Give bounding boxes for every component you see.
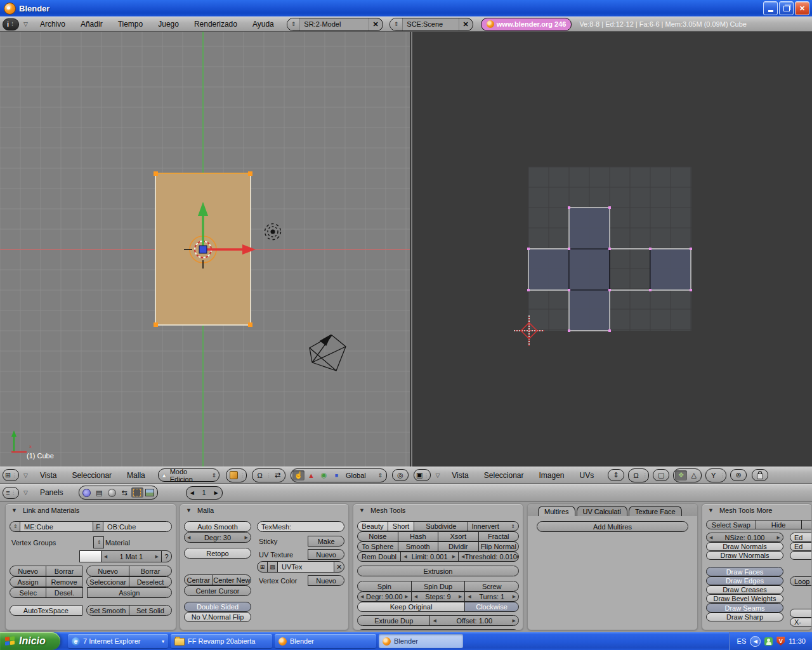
flip-normal-button[interactable]: Flip Normal [478, 541, 520, 552]
nsize-slider[interactable]: ◀NSize: 0.100▶ [706, 533, 783, 542]
collapse-menus-icon[interactable]: ▽ [20, 21, 31, 27]
pivot-icon[interactable]: Ω [254, 470, 266, 481]
rem-doubles-button[interactable]: Rem Doubl [357, 552, 401, 562]
material-deselect-button[interactable]: Deselect [129, 576, 172, 587]
page-stepper[interactable]: ◀ 1 ▶ [186, 486, 223, 500]
screen-name[interactable]: SR:2-Model [300, 18, 368, 30]
increment-arrow-icon[interactable]: ▶ [513, 618, 516, 623]
fake-user-button[interactable]: F [93, 521, 103, 532]
spin-steps[interactable]: ◀Steps: 9▶ [411, 592, 466, 602]
language-indicator[interactable]: ES [737, 637, 747, 645]
material-assign-button[interactable]: Assign [87, 587, 172, 598]
draw-bevel-weights-toggle[interactable]: Draw Bevel Weights [706, 594, 783, 603]
smooth-button[interactable]: Smooth [398, 541, 439, 552]
threshold-slider[interactable]: ◀Threshold: 0.010▶ [458, 552, 519, 562]
menu-a-adir[interactable]: Añadir [73, 20, 110, 29]
limit-slider[interactable]: ◀Limit: 0.001▶ [400, 552, 459, 562]
uv-face-select-icon[interactable]: ❖ [675, 470, 687, 481]
double-sided-toggle[interactable]: Double Sided [184, 602, 251, 612]
screen-selector[interactable]: ⇕ SR:2-Model ✕ [287, 18, 383, 31]
beauty-toggle[interactable]: Beauty [357, 521, 388, 531]
menu-malla[interactable]: Malla [119, 471, 153, 480]
decrement-arrow-icon[interactable]: ◀ [187, 535, 190, 540]
page-prev-icon[interactable]: ◀ [187, 487, 198, 499]
decrement-arrow-icon[interactable]: ◀ [709, 535, 712, 540]
extrusion-button[interactable]: Extrusion [357, 566, 519, 576]
vgroup-deselect-button[interactable]: Desel. [46, 587, 82, 598]
clipped-edge-button[interactable]: Ed [790, 533, 812, 542]
menu-juego[interactable]: Juego [150, 20, 187, 29]
innervert-menu[interactable]: Innervert⇕ [468, 521, 519, 531]
menu-archivo[interactable]: Archivo [32, 20, 73, 29]
decrement-arrow-icon[interactable]: ◀ [360, 594, 363, 599]
spin-turns[interactable]: ◀Turns: 1▶ [464, 592, 519, 602]
close-button[interactable]: ✕ [795, 1, 809, 15]
center-button[interactable]: Centrar [184, 574, 213, 585]
panel-collapse-icon[interactable]: ▼ [186, 507, 192, 514]
dividir-button[interactable]: Dividir [438, 541, 479, 552]
draw-vnormals-toggle[interactable]: Draw VNormals [706, 551, 783, 560]
increment-arrow-icon[interactable]: ▶ [155, 554, 159, 559]
tab-uv-calculati[interactable]: UV Calculati [577, 506, 628, 516]
autotexspace-toggle[interactable]: AutoTexSpace [10, 605, 82, 616]
to-sphere-button[interactable]: To Sphere [357, 541, 398, 552]
collapse-menus-icon[interactable]: ▽ [432, 472, 443, 479]
draw-mode-solid-icon[interactable] [228, 470, 240, 481]
panel-collapse-icon[interactable]: ▼ [11, 507, 17, 514]
scene-selector[interactable]: ⇕ SCE:Scene ✕ [390, 18, 473, 31]
orientation-dropdown[interactable]: Global ⇕ [343, 469, 385, 481]
select-swap-button[interactable]: Select Swap [706, 520, 756, 529]
editing-context-icon[interactable] [131, 488, 143, 498]
material-delete-button[interactable]: Borrar [129, 566, 172, 576]
panel-collapse-icon[interactable]: ▼ [708, 507, 714, 514]
material-new-button[interactable]: Nuevo [86, 566, 129, 576]
menu-vista[interactable]: Vista [32, 471, 64, 480]
scene-delete-icon[interactable]: ✕ [459, 18, 473, 30]
vgroup-remove-button[interactable]: Remove [46, 576, 82, 587]
scene-context-icon[interactable] [144, 488, 156, 498]
hide-button[interactable]: Hide [756, 520, 802, 529]
uv-texture-new-button[interactable]: Nuevo [308, 549, 344, 560]
draw-sharp-toggle[interactable]: Draw Sharp [706, 613, 783, 621]
info-editor-icon[interactable]: i⋮ [3, 18, 19, 30]
no-vnormal-flip-toggle[interactable]: No V.Normal Flip [184, 612, 251, 622]
uv-pivot-icon[interactable]: Ω [630, 470, 642, 481]
image-stepper-icon[interactable]: ⇕ [608, 469, 624, 481]
menu-seleccionar[interactable]: Seleccionar [476, 471, 532, 480]
uv-image-editor[interactable] [412, 32, 812, 467]
taskbar-button-blender[interactable]: Blender [275, 634, 376, 648]
draw-creases-toggle[interactable]: Draw Creases [706, 585, 783, 594]
fractal-button[interactable]: Fractal [478, 531, 520, 541]
material-browse-button[interactable]: ⇕ [93, 536, 104, 548]
snap-icon[interactable]: ⇄ [272, 470, 284, 481]
uv-square-icon[interactable]: ▢ [653, 469, 669, 481]
editor-type-buttons-icon[interactable]: ≡⋮ [3, 487, 19, 499]
menu-seleccionar[interactable]: Seleccionar [64, 471, 119, 480]
restore-button[interactable] [779, 1, 794, 15]
extrude-dup-button[interactable]: Extrude Dup [357, 615, 430, 626]
material-color-swatch[interactable] [79, 550, 102, 562]
set-solid-button[interactable]: Set Solid [129, 605, 172, 616]
material-index-stepper[interactable]: ◀1 Mat 1▶ [101, 550, 162, 562]
shading-context-icon[interactable] [106, 488, 118, 498]
uv-spiral-icon[interactable]: ⊚ [730, 469, 747, 481]
manipulator-translate-icon[interactable]: ☝ [292, 470, 304, 481]
decrement-arrow-icon[interactable]: ◀ [403, 554, 407, 559]
clockwise-toggle[interactable]: Clockwise [464, 602, 519, 612]
clipped-edge-button[interactable]: Ed [790, 542, 812, 551]
object-context-icon[interactable]: ⇆ [119, 488, 131, 498]
offset-slider[interactable]: ◀Offset: 1.00▶ [429, 615, 519, 626]
blender-org-button[interactable]: www.blender.org 246 [481, 18, 572, 31]
taskbar-button-7-internet-explorer[interactable]: e7 Internet Explorer▾ [68, 634, 168, 648]
sticky-make-button[interactable]: Make [308, 536, 344, 547]
mode-dropdown[interactable]: ▲ Modo Edicion ⇕ [158, 468, 219, 482]
vgroup-delete-button[interactable]: Borrar [46, 566, 82, 576]
short-toggle[interactable]: Short [388, 521, 415, 531]
tray-collapse-icon[interactable]: ◀ [750, 636, 761, 647]
increment-arrow-icon[interactable]: ▶ [452, 554, 455, 559]
set-smooth-button[interactable]: Set Smooth [86, 605, 129, 616]
increment-arrow-icon[interactable]: ▶ [459, 594, 462, 599]
mesh-browse-button[interactable]: ⇕ [10, 521, 20, 532]
spin-degrees[interactable]: ◀Degr: 90.00▶ [357, 592, 412, 602]
uvtex-delete-button[interactable]: ✕ [334, 561, 344, 573]
